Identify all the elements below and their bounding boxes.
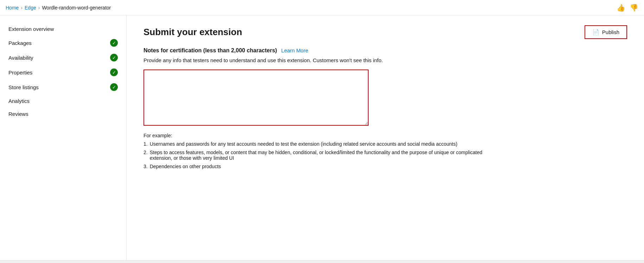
- sidebar-item-analytics[interactable]: Analytics: [0, 94, 126, 107]
- check-icon-properties: ✓: [110, 68, 118, 76]
- cert-heading: Notes for certification (less than 2,000…: [144, 47, 277, 53]
- topbar-icons: 👍 👎: [617, 4, 638, 12]
- breadcrumb-sep2: ›: [38, 5, 40, 11]
- example-text-2: Steps to access features, models, or con…: [150, 150, 488, 161]
- publish-button[interactable]: 📄 Publish: [585, 25, 627, 39]
- check-icon-store-listings: ✓: [110, 83, 118, 91]
- breadcrumb: Home › Edge › Wordle-random-word-generat…: [6, 5, 617, 11]
- sidebar: Extension overview Packages ✓ Availabili…: [0, 15, 127, 263]
- example-text-3: Dependencies on other products: [150, 164, 221, 169]
- sidebar-item-label: Reviews: [8, 111, 118, 117]
- sidebar-item-properties[interactable]: Properties ✓: [0, 65, 126, 80]
- examples-heading: For example:: [144, 133, 627, 138]
- sidebar-item-label: Store listings: [8, 84, 110, 90]
- sidebar-item-availability[interactable]: Availability ✓: [0, 50, 126, 65]
- breadcrumb-edge[interactable]: Edge: [25, 5, 36, 11]
- check-icon-availability: ✓: [110, 54, 118, 61]
- cert-section: Notes for certification (less than 2,000…: [144, 47, 627, 126]
- publish-icon: 📄: [592, 29, 599, 35]
- thumbup-icon[interactable]: 👍: [617, 4, 625, 12]
- learn-more-link[interactable]: Learn More: [281, 47, 308, 53]
- sidebar-item-label: Properties: [8, 70, 110, 75]
- sidebar-item-extension-overview[interactable]: Extension overview: [0, 22, 126, 35]
- page-title: Submit your extension: [144, 27, 627, 38]
- breadcrumb-sep1: ›: [21, 5, 23, 11]
- sidebar-item-packages[interactable]: Packages ✓: [0, 35, 126, 50]
- cert-heading-row: Notes for certification (less than 2,000…: [144, 47, 627, 54]
- breadcrumb-current: Wordle-random-word-generator: [42, 5, 111, 11]
- check-icon-packages: ✓: [110, 39, 118, 47]
- cert-textarea[interactable]: [144, 70, 369, 126]
- examples-section: For example: Usernames and passwords for…: [144, 133, 627, 169]
- layout: Extension overview Packages ✓ Availabili…: [0, 15, 644, 263]
- sidebar-item-label: Packages: [8, 40, 110, 46]
- topbar: Home › Edge › Wordle-random-word-generat…: [0, 0, 644, 15]
- breadcrumb-home[interactable]: Home: [6, 5, 19, 11]
- example-text-1: Usernames and passwords for any test acc…: [150, 141, 458, 147]
- example-item-3: Dependencies on other products: [144, 164, 488, 169]
- thumbdown-icon[interactable]: 👎: [630, 4, 638, 12]
- main-content: 📄 Publish Submit your extension Notes fo…: [127, 15, 644, 263]
- sidebar-item-store-listings[interactable]: Store listings ✓: [0, 80, 126, 94]
- publish-label: Publish: [602, 29, 619, 35]
- example-item-1: Usernames and passwords for any test acc…: [144, 141, 488, 147]
- bottom-bar: [0, 260, 644, 263]
- cert-description: Provide any info that testers need to un…: [144, 57, 627, 63]
- sidebar-item-label: Analytics: [8, 98, 118, 104]
- examples-list: Usernames and passwords for any test acc…: [144, 141, 627, 169]
- sidebar-item-reviews[interactable]: Reviews: [0, 107, 126, 120]
- sidebar-item-label: Extension overview: [8, 26, 118, 32]
- sidebar-item-label: Availability: [8, 55, 110, 61]
- example-item-2: Steps to access features, models, or con…: [144, 150, 488, 161]
